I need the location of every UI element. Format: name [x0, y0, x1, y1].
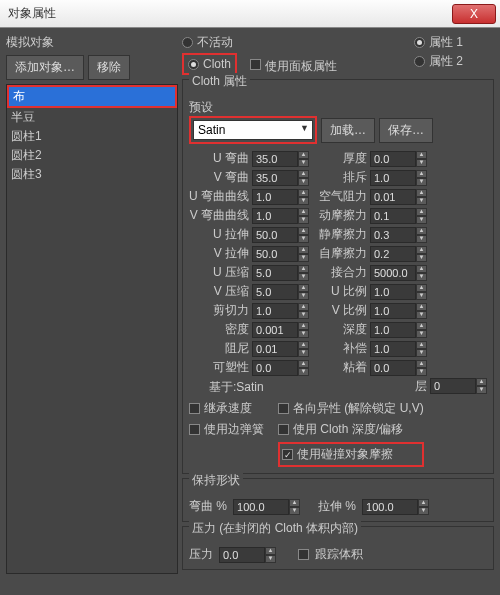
- pressure-title: 压力 (在封闭的 Cloth 体积内部): [189, 520, 361, 537]
- window-title: 对象属性: [8, 5, 56, 22]
- param-spinner[interactable]: [370, 246, 416, 262]
- radio-attr1[interactable]: [414, 37, 425, 48]
- list-item[interactable]: 布: [9, 87, 175, 106]
- param-spinner[interactable]: [370, 265, 416, 281]
- preset-dropdown[interactable]: Satin: [193, 120, 313, 140]
- param-spinner[interactable]: [370, 284, 416, 300]
- list-item[interactable]: 圆柱2: [7, 146, 177, 165]
- preset-label: 预设: [189, 99, 487, 116]
- list-item[interactable]: 圆柱3: [7, 165, 177, 184]
- param-spinner[interactable]: [370, 208, 416, 224]
- collision-friction-checkbox[interactable]: ✓: [282, 449, 293, 460]
- radio-cloth[interactable]: [188, 59, 199, 70]
- close-button[interactable]: X: [452, 4, 496, 24]
- param-spinner[interactable]: [252, 189, 298, 205]
- param-spinner[interactable]: [252, 151, 298, 167]
- inactive-label: 不活动: [197, 34, 233, 51]
- edge-spring-checkbox[interactable]: [189, 424, 200, 435]
- param-spinner[interactable]: [252, 265, 298, 281]
- cloth-props-title: Cloth 属性: [189, 73, 250, 90]
- keep-shape-title: 保持形状: [189, 472, 243, 489]
- add-object-button[interactable]: 添加对象…: [6, 55, 84, 80]
- remove-object-button[interactable]: 移除: [88, 55, 130, 80]
- param-spinner[interactable]: [252, 284, 298, 300]
- param-spinner[interactable]: [252, 360, 298, 376]
- stretch-spinner[interactable]: [362, 499, 418, 515]
- param-spinner[interactable]: [370, 170, 416, 186]
- list-item[interactable]: 圆柱1: [7, 127, 177, 146]
- param-spinner[interactable]: [252, 246, 298, 262]
- save-button[interactable]: 保存…: [379, 118, 433, 143]
- inherit-vel-checkbox[interactable]: [189, 403, 200, 414]
- param-spinner[interactable]: [370, 189, 416, 205]
- param-spinner[interactable]: [370, 322, 416, 338]
- cloth-depth-checkbox[interactable]: [278, 424, 289, 435]
- radio-inactive[interactable]: [182, 37, 193, 48]
- param-spinner[interactable]: [370, 341, 416, 357]
- radio-attr2[interactable]: [414, 56, 425, 67]
- list-item[interactable]: 半豆: [7, 108, 177, 127]
- param-spinner[interactable]: [370, 303, 416, 319]
- param-spinner[interactable]: [252, 170, 298, 186]
- param-spinner[interactable]: [252, 208, 298, 224]
- param-spinner[interactable]: [252, 227, 298, 243]
- sim-objects-label: 模拟对象: [6, 34, 178, 51]
- aniso-checkbox[interactable]: [278, 403, 289, 414]
- cloth-radio-label: Cloth: [203, 57, 231, 71]
- pressure-spinner[interactable]: [219, 547, 265, 563]
- layer-spinner[interactable]: [430, 378, 476, 394]
- track-volume-checkbox[interactable]: [298, 549, 309, 560]
- param-spinner[interactable]: [370, 151, 416, 167]
- bend-spinner[interactable]: [233, 499, 289, 515]
- object-listbox[interactable]: 布 半豆 圆柱1 圆柱2 圆柱3: [6, 84, 178, 574]
- param-spinner[interactable]: [370, 227, 416, 243]
- param-spinner[interactable]: [370, 360, 416, 376]
- load-button[interactable]: 加载…: [321, 118, 375, 143]
- param-spinner[interactable]: [252, 341, 298, 357]
- use-panel-label: 使用面板属性: [265, 59, 337, 73]
- param-spinner[interactable]: [252, 322, 298, 338]
- use-panel-checkbox[interactable]: [250, 59, 261, 70]
- param-spinner[interactable]: [252, 303, 298, 319]
